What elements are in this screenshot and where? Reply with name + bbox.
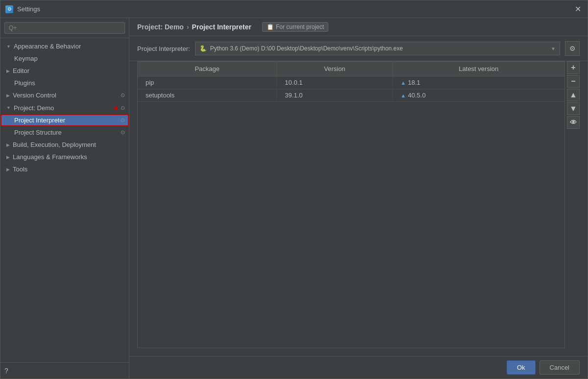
help-button[interactable]: ? bbox=[4, 367, 8, 375]
sidebar-item-editor[interactable]: ▶ Editor bbox=[0, 65, 129, 77]
sidebar-item-appearance-behavior[interactable]: ▼ Appearance & Behavior bbox=[0, 40, 129, 52]
packages-panel: Package Version Latest version pip10.0.1… bbox=[129, 61, 588, 356]
interpreter-value: Python 3.6 (Demo) D:\00 Desktop\Desktop\… bbox=[210, 45, 403, 52]
main-panel: Project: Demo › Project Interpreter 📋 Fo… bbox=[129, 18, 588, 379]
breadcrumb-separator: › bbox=[187, 23, 189, 31]
settings-window: ⚙ Settings ✕ ▼ Appearance & Behavior Key… bbox=[0, 0, 588, 379]
cell-package: setuptools bbox=[138, 89, 277, 102]
table-row[interactable]: pip10.0.1▲ 18.1 bbox=[138, 76, 564, 89]
latest-version-value: ▲ 18.1 bbox=[401, 79, 557, 86]
sidebar-item-build-execution[interactable]: ▶ Build, Execution, Deployment bbox=[0, 139, 129, 151]
arrow-icon: ▶ bbox=[6, 93, 10, 98]
for-project-badge: 📋 For current project bbox=[262, 22, 328, 32]
sidebar-item-label: Project: Demo bbox=[14, 104, 110, 112]
remove-package-button[interactable]: − bbox=[567, 75, 580, 88]
badge-label: For current project bbox=[276, 24, 324, 30]
update-arrow-icon: ▲ bbox=[401, 93, 406, 98]
titlebar-left: ⚙ Settings bbox=[5, 5, 40, 13]
search-input[interactable] bbox=[4, 22, 125, 34]
sidebar-item-languages-frameworks[interactable]: ▶ Languages & Frameworks bbox=[0, 151, 129, 163]
sidebar-item-keymap[interactable]: Keymap bbox=[0, 52, 129, 65]
add-package-button[interactable]: + bbox=[567, 61, 580, 74]
table-actions: + − ▲ ▼ 👁 bbox=[565, 61, 580, 348]
eye-button[interactable]: 👁 bbox=[567, 116, 580, 129]
close-button[interactable]: ✕ bbox=[573, 4, 583, 14]
arrow-icon: ▶ bbox=[6, 69, 10, 73]
cell-latest-version: ▲ 40.5.0 bbox=[392, 89, 564, 102]
sidebar-item-label: Build, Execution, Deployment bbox=[13, 141, 125, 148]
sidebar: ▼ Appearance & Behavior Keymap ▶ Editor … bbox=[0, 18, 129, 379]
breadcrumb-part1: Project: Demo bbox=[137, 23, 184, 31]
badge-icon: 📋 bbox=[267, 24, 274, 30]
table-header-row: Package Version Latest version bbox=[138, 62, 564, 76]
cell-version: 10.0.1 bbox=[277, 76, 392, 89]
sidebar-item-label: Tools bbox=[13, 166, 125, 173]
interpreter-select-wrapper: 🐍 Python 3.6 (Demo) D:\00 Desktop\Deskto… bbox=[195, 42, 560, 55]
sidebar-item-label: Keymap bbox=[14, 55, 125, 62]
sidebar-item-label: Languages & Frameworks bbox=[13, 153, 125, 161]
scroll-down-button[interactable]: ▼ bbox=[567, 102, 580, 115]
sidebar-search-area bbox=[0, 18, 129, 38]
project-structure-icon: ⊙ bbox=[121, 129, 125, 136]
latest-version-value: ▲ 40.5.0 bbox=[401, 92, 557, 99]
arrow-icon: ▶ bbox=[6, 167, 10, 172]
column-package[interactable]: Package bbox=[138, 62, 277, 76]
scroll-up-button[interactable]: ▲ bbox=[567, 89, 580, 101]
interpreter-select[interactable]: 🐍 Python 3.6 (Demo) D:\00 Desktop\Deskto… bbox=[195, 42, 560, 55]
titlebar: ⚙ Settings ✕ bbox=[0, 0, 588, 18]
sidebar-item-label: Project Structure bbox=[14, 129, 119, 136]
ok-button[interactable]: Ok bbox=[507, 360, 536, 375]
app-icon: ⚙ bbox=[5, 5, 13, 13]
sidebar-item-project-demo[interactable]: ▼ Project: Demo ◄ ⊙ bbox=[0, 101, 129, 114]
packages-table: Package Version Latest version pip10.0.1… bbox=[138, 62, 564, 102]
python-icon: 🐍 bbox=[199, 45, 207, 52]
breadcrumb-part2: Project Interpreter bbox=[192, 23, 251, 31]
arrow-icon: ▼ bbox=[6, 105, 11, 110]
interpreter-label: Project Interpreter: bbox=[137, 45, 190, 52]
red-arrow-icon: ◄ bbox=[112, 104, 119, 112]
column-version[interactable]: Version bbox=[277, 62, 392, 76]
content-area: ▼ Appearance & Behavior Keymap ▶ Editor … bbox=[0, 18, 588, 379]
sidebar-item-label: Plugins bbox=[14, 79, 125, 87]
sidebar-item-label: Appearance & Behavior bbox=[14, 43, 125, 50]
cell-latest-version: ▲ 18.1 bbox=[392, 76, 564, 89]
packages-tbody: pip10.0.1▲ 18.1setuptools39.1.0▲ 40.5.0 bbox=[138, 76, 564, 102]
arrow-icon: ▶ bbox=[6, 142, 10, 147]
sidebar-item-project-interpreter[interactable]: Project Interpreter ⊙ bbox=[0, 114, 129, 126]
sidebar-nav: ▼ Appearance & Behavior Keymap ▶ Editor … bbox=[0, 38, 129, 362]
sidebar-item-project-structure[interactable]: Project Structure ⊙ bbox=[0, 126, 129, 139]
window-title: Settings bbox=[17, 5, 40, 13]
sidebar-item-version-control[interactable]: ▶ Version Control ⊙ bbox=[0, 89, 129, 101]
interpreter-settings-button[interactable]: ⚙ bbox=[565, 41, 580, 56]
sidebar-item-label: Version Control bbox=[13, 92, 119, 99]
cancel-button[interactable]: Cancel bbox=[539, 360, 580, 375]
column-latest-version[interactable]: Latest version bbox=[392, 62, 564, 76]
sidebar-item-tools[interactable]: ▶ Tools bbox=[0, 163, 129, 175]
interpreter-row: Project Interpreter: 🐍 Python 3.6 (Demo)… bbox=[129, 36, 588, 61]
footer-right: Ok Cancel bbox=[507, 360, 580, 375]
table-row[interactable]: setuptools39.1.0▲ 40.5.0 bbox=[138, 89, 564, 102]
update-arrow-icon: ▲ bbox=[401, 80, 406, 86]
cell-package: pip bbox=[138, 76, 277, 89]
version-control-icon: ⊙ bbox=[121, 92, 125, 98]
arrow-icon: ▶ bbox=[6, 155, 10, 160]
packages-table-wrapper: Package Version Latest version pip10.0.1… bbox=[137, 61, 565, 348]
project-interpreter-icon: ⊙ bbox=[121, 117, 125, 123]
sidebar-item-label: Project Interpreter bbox=[14, 117, 119, 124]
main-header: Project: Demo › Project Interpreter 📋 Fo… bbox=[129, 18, 588, 36]
sidebar-item-plugins[interactable]: Plugins bbox=[0, 77, 129, 89]
breadcrumb: Project: Demo › Project Interpreter bbox=[137, 23, 251, 31]
sidebar-bottom: ? bbox=[0, 362, 129, 379]
project-demo-icon: ⊙ bbox=[121, 105, 125, 111]
arrow-icon: ▼ bbox=[6, 44, 11, 49]
cell-version: 39.1.0 bbox=[277, 89, 392, 102]
footer: Ok Cancel bbox=[129, 356, 588, 379]
sidebar-item-label: Editor bbox=[13, 67, 125, 74]
